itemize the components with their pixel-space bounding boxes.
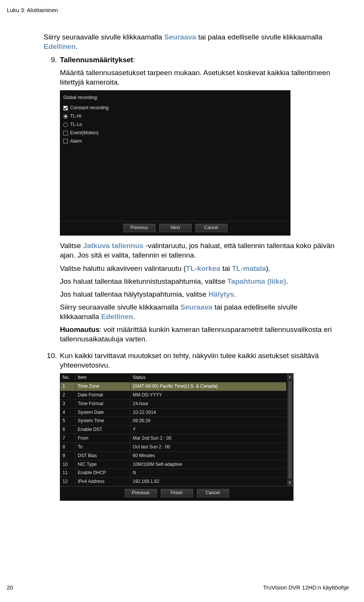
scroll-up-icon[interactable]: ▴	[287, 374, 293, 380]
option-event[interactable]: Event(Motion)	[63, 129, 287, 137]
finish-button[interactable]: Finish	[161, 489, 193, 497]
mid-p2: Valitse haluttu aikaviiveen valintaruutu…	[60, 264, 337, 273]
table-row[interactable]: 12IPv4 Address192.168.1.82	[60, 478, 286, 486]
checkbox-icon	[63, 131, 68, 135]
table-row[interactable]: 1Time Zone(GMT-08:00) Pacific Time(U.S. …	[60, 382, 286, 391]
cell-no: 3	[60, 400, 75, 408]
option-tlhi[interactable]: TL-Hi	[63, 112, 287, 121]
manual-title: TruVision DVR 12HD:n käyttöohje	[263, 584, 349, 591]
table-row[interactable]: 8ToOct last Sun 2 : 00	[60, 443, 286, 452]
option-event-label: Event(Motion)	[70, 130, 99, 136]
table-row[interactable]: 9DST Bias60 Minutes	[60, 452, 286, 461]
cancel-button[interactable]: Cancel	[195, 224, 228, 232]
link-seuraava: Seuraava	[164, 33, 196, 41]
cell-status: 10M/100M Self-adaptive	[130, 461, 286, 469]
option-tllo-label: TL-Lo	[70, 122, 82, 128]
checkbox-icon	[63, 139, 68, 143]
page-content: Siirry seuraavalle sivulle klikkaamalla …	[44, 32, 337, 501]
option-alarm[interactable]: Alarm	[63, 137, 287, 146]
cell-status: Mar 2nd Sun 2 : 00	[130, 434, 286, 443]
table-row[interactable]: 6Enable DSTY	[60, 426, 286, 434]
term-edellinen2: Edellinen	[101, 313, 133, 321]
cell-no: 7	[60, 434, 75, 443]
link-edellinen: Edellinen	[44, 42, 75, 50]
term-jatkuva: Jatkuva tallennus	[83, 242, 143, 250]
table-row[interactable]: 7FromMar 2nd Sun 2 : 00	[60, 434, 286, 443]
item9-body: Määritä tallennusasetukset tarpeen mukaa…	[60, 68, 337, 87]
col-item: Item	[75, 374, 130, 382]
cell-item: Time Format	[75, 400, 130, 408]
scroll-down-icon[interactable]: ▾	[287, 480, 293, 486]
cell-status: 24-hour	[130, 400, 286, 408]
cell-item: To	[75, 443, 130, 451]
scrollbar-vertical[interactable]: ▴ ▾	[286, 374, 293, 486]
term-tapahtuma: Tapahtuma (liike)	[227, 277, 286, 285]
previous-button[interactable]: Previous	[125, 489, 157, 497]
term-tlmatala: TL-matala	[232, 264, 266, 272]
cell-no: 1	[60, 382, 75, 391]
scroll-thumb[interactable]	[288, 381, 292, 479]
table-row[interactable]: 2Date FormatMM-DD-YYYY	[60, 391, 286, 400]
option-tllo[interactable]: TL-Lo	[63, 121, 287, 129]
cell-no: 5	[60, 417, 75, 425]
option-alarm-label: Alarm	[70, 138, 82, 145]
cell-status: Y	[130, 426, 286, 434]
mid-p3: Jos haluat tallentaa liiketunnistustapah…	[60, 277, 337, 286]
list-number-10: 10.	[44, 351, 60, 360]
cell-item: Enable DHCP	[75, 469, 130, 477]
table-header: No. Item Status	[60, 374, 286, 382]
mid-p4: Jos haluat tallentaa hälytystapahtumia, …	[60, 289, 337, 299]
cancel-button[interactable]: Cancel	[197, 489, 229, 497]
mid-p1: Valitse Jatkuva tallennus -valintaruutu,…	[60, 241, 337, 260]
mid-p5: Siirry seuraavalle sivulle klikkaamalla …	[60, 302, 337, 321]
option-constant-label: Constant recording	[70, 105, 108, 111]
cell-item: From	[75, 434, 130, 443]
cell-no: 4	[60, 409, 75, 417]
item9-title: Tallennusmääritykset	[60, 56, 133, 64]
ss1-buttonbar: Previous Next Cancel	[60, 221, 290, 235]
option-tlhi-label: TL-Hi	[70, 113, 81, 119]
table-row[interactable]: 3Time Format24-hour	[60, 400, 286, 409]
cell-no: 12	[60, 478, 75, 486]
cell-status: 60 Minutes	[130, 452, 286, 460]
ss1-heading: Global recording:	[63, 95, 98, 101]
cell-no: 9	[60, 452, 75, 460]
cell-no: 10	[60, 461, 75, 469]
table-row[interactable]: 4System Date10-22-2014	[60, 409, 286, 417]
list-number-9: 9.	[44, 55, 60, 64]
cell-item: Date Format	[75, 391, 130, 399]
cell-item: NIC Type	[75, 461, 130, 469]
radio-icon	[63, 123, 68, 127]
cell-item: DST Bias	[75, 452, 130, 460]
option-constant[interactable]: Constant recording	[63, 104, 287, 112]
screenshot-global-recording: Global recording: Constant recording TL-…	[60, 90, 290, 236]
table-row[interactable]: 11Enable DHCPN	[60, 469, 286, 478]
cell-status: MM-DD-YYYY	[130, 391, 286, 399]
cell-no: 2	[60, 391, 75, 399]
cell-no: 11	[60, 469, 75, 477]
intro-text-1: Siirry seuraavalle sivulle klikkaamalla	[44, 33, 164, 41]
cell-item: Time Zone	[75, 382, 130, 391]
intro-text-2: tai palaa edelliselle sivulle klikkaamal…	[196, 33, 322, 41]
list-body-10: Kun kaikki tarvittavat muutokset on teht…	[60, 351, 337, 501]
cell-item: System Date	[75, 409, 130, 417]
next-button[interactable]: Next	[159, 224, 191, 232]
term-seuraava2: Seuraava	[180, 303, 213, 311]
table-row[interactable]: 5System Time09:26:28	[60, 417, 286, 426]
item9-colon: :	[133, 56, 135, 64]
cell-status: 10-22-2014	[130, 409, 286, 417]
cell-no: 8	[60, 443, 75, 451]
table-row[interactable]: 10NIC Type10M/100M Self-adaptive	[60, 461, 286, 469]
term-halytys: Hälytys	[209, 290, 234, 298]
previous-button[interactable]: Previous	[123, 224, 155, 232]
cell-item: System Time	[75, 417, 130, 425]
cell-status: 09:26:28	[130, 417, 286, 425]
list-item-10: 10. Kun kaikki tarvittavat muutokset on …	[44, 351, 337, 501]
checkbox-icon	[63, 106, 68, 110]
cell-status: 192.168.1.82	[130, 478, 286, 486]
intro-paragraph: Siirry seuraavalle sivulle klikkaamalla …	[44, 32, 337, 51]
list-body-9: Tallennusmääritykset: Määritä tallennusa…	[60, 55, 337, 347]
cell-item: Enable DST	[75, 426, 130, 434]
mid-huomautus: Huomautus: voit määrittää kunkin kameran…	[60, 325, 337, 344]
cell-status: N	[130, 469, 286, 477]
